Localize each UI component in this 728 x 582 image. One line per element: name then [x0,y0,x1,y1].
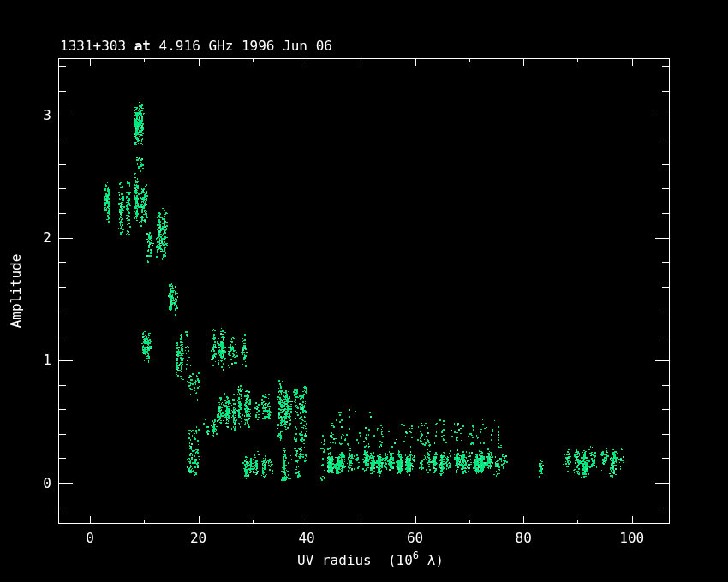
axis-ticks [58,58,670,524]
x-tick-label: 20 [190,530,206,546]
plot-axes: 020406080100 0123 1331+303 at 4.916 GHz … [0,0,728,582]
plot-frame [59,59,670,524]
y-tick-label: 1 [43,352,51,368]
title-at: at [134,38,151,54]
y-tick-label: 0 [43,475,51,491]
x-axis-tick-labels: 020406080100 [86,530,644,546]
x-axis-label-base: UV radius (10 [297,552,413,568]
y-axis-label: Amplitude [8,254,24,329]
x-tick-label: 0 [86,530,94,546]
x-tick-label: 100 [619,530,644,546]
x-tick-label: 60 [407,530,423,546]
x-axis-label-exponent: 6 [413,549,419,561]
title-freq-date: 4.916 GHz 1996 Jun 06 [151,38,332,54]
x-tick-label: 80 [516,530,532,546]
y-tick-label: 3 [43,107,51,123]
x-tick-label: 40 [298,530,314,546]
x-axis-label-lambda-suffix: λ) [419,552,444,568]
uv-amplitude-plot-window: 020406080100 0123 1331+303 at 4.916 GHz … [0,0,728,582]
plot-title: 1331+303 at 4.916 GHz 1996 Jun 06 [60,38,332,54]
y-tick-label: 2 [43,229,51,246]
x-axis-label: UV radius (106 λ) [297,549,444,568]
title-source: 1331+303 [60,38,134,54]
y-axis-tick-labels: 0123 [43,107,51,490]
